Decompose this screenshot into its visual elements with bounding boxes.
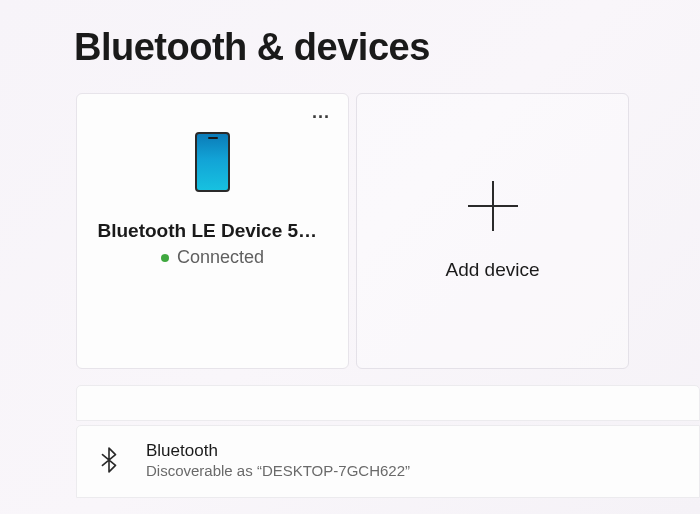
phone-icon bbox=[195, 132, 230, 192]
plus-icon bbox=[468, 181, 518, 231]
bluetooth-subtitle: Discoverable as “DESKTOP-7GCH622” bbox=[146, 462, 410, 479]
more-options-button[interactable]: ··· bbox=[306, 106, 336, 128]
device-cards-row: ··· Bluetooth LE Device 52… Connected Ad… bbox=[0, 93, 700, 369]
page-title: Bluetooth & devices bbox=[0, 0, 700, 93]
more-icon: ··· bbox=[312, 107, 330, 128]
device-status-label: Connected bbox=[177, 247, 264, 268]
settings-strip bbox=[76, 385, 700, 421]
bluetooth-icon bbox=[97, 445, 121, 475]
add-device-card[interactable]: Add device bbox=[356, 93, 629, 369]
bluetooth-title: Bluetooth bbox=[146, 441, 410, 461]
bluetooth-text-block: Bluetooth Discoverable as “DESKTOP-7GCH6… bbox=[146, 441, 410, 479]
status-dot-icon bbox=[161, 254, 169, 262]
device-status: Connected bbox=[161, 247, 264, 268]
device-card[interactable]: ··· Bluetooth LE Device 52… Connected bbox=[76, 93, 349, 369]
bluetooth-setting-row[interactable]: Bluetooth Discoverable as “DESKTOP-7GCH6… bbox=[76, 425, 700, 498]
device-name: Bluetooth LE Device 52… bbox=[98, 220, 328, 242]
add-device-label: Add device bbox=[445, 259, 539, 281]
